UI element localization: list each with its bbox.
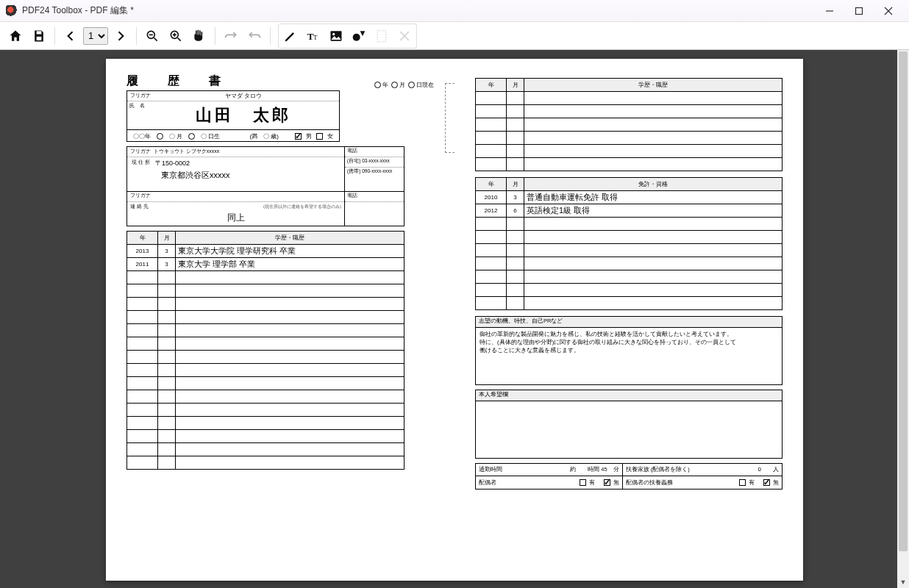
image-button[interactable]: [325, 25, 347, 47]
zoom-out-button[interactable]: [141, 25, 163, 47]
svg-point-17: [353, 33, 360, 40]
svg-line-10: [178, 37, 181, 40]
titlebar: PDF24 Toolbox - PDF 編集 *: [0, 0, 909, 22]
clear-button[interactable]: [393, 25, 416, 47]
window-title: PDF24 Toolbox - PDF 編集 *: [22, 4, 134, 17]
text-button[interactable]: TT: [302, 25, 324, 47]
shape-button[interactable]: [348, 25, 370, 47]
svg-rect-1: [856, 7, 863, 14]
undo-button[interactable]: [243, 25, 265, 47]
svg-rect-19: [377, 30, 386, 41]
svg-rect-5: [37, 36, 42, 40]
redo-button[interactable]: [220, 25, 242, 47]
svg-rect-4: [37, 31, 42, 34]
minimize-button[interactable]: [815, 1, 844, 21]
pan-button[interactable]: [188, 25, 210, 47]
save-button[interactable]: [28, 25, 50, 47]
app-icon: [6, 5, 18, 17]
home-button[interactable]: [4, 25, 26, 47]
svg-line-7: [154, 37, 157, 40]
close-button[interactable]: [874, 1, 903, 21]
next-page-button[interactable]: [110, 25, 132, 47]
maximize-button[interactable]: [844, 1, 874, 21]
svg-text:T: T: [313, 34, 318, 41]
svg-point-16: [332, 32, 335, 35]
toolbar: 1 TT: [0, 22, 909, 50]
svg-marker-18: [360, 31, 366, 36]
draw-button[interactable]: [279, 25, 302, 47]
prev-page-button[interactable]: [60, 25, 82, 47]
zoom-in-button[interactable]: [165, 25, 187, 47]
page-select[interactable]: 1: [83, 27, 108, 45]
select-area-button[interactable]: [371, 25, 393, 47]
